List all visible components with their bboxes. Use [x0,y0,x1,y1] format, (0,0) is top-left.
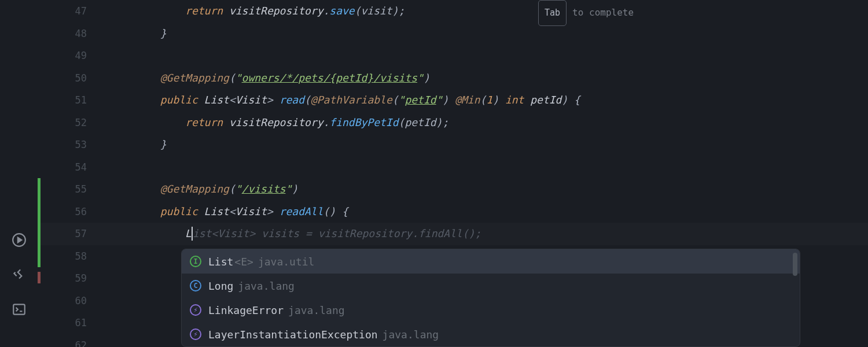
hint-text: to complete [572,2,634,24]
line-number: 49 [38,45,87,67]
code-editor[interactable]: 47 48 49 50 51 52 53 54 55 56 57 58 59 6… [38,0,868,347]
line-number: 54 [38,156,87,179]
ghost-text: ist<Visit> visits = visitRepository.find… [193,227,481,239]
code-line-current: List<Visit> visits = visitRepository.fin… [110,223,868,245]
line-number: 48 [38,23,87,45]
terminal-icon[interactable] [10,301,28,318]
activity-bar [0,0,38,347]
code-line: @GetMapping("owners/*/pets/{petId}/visit… [110,67,868,90]
run-icon[interactable] [10,231,28,249]
code-line: } [110,23,868,45]
popup-scrollbar[interactable] [793,253,797,276]
line-number: 51 [38,89,87,112]
code-line: public List<Visit> read(@PathVariable("p… [110,89,868,112]
line-number: 61 [38,312,87,334]
completion-item[interactable]: I List<E>java.util [182,249,800,274]
line-number: 55 [38,178,87,201]
code-line: @GetMapping("/visits") [110,178,868,201]
line-number: 58 [38,245,87,268]
completion-popup[interactable]: I List<E>java.util C Longjava.lang ⚡ Lin… [181,249,800,347]
completion-item[interactable]: C Longjava.lang [182,274,800,298]
code-line [110,45,868,67]
line-number: 50 [38,67,87,90]
completion-item[interactable]: ⚡ LayerInstantiationExceptionjava.lang [182,322,800,346]
line-number: 59 [38,267,87,290]
build-icon[interactable] [10,266,28,283]
interface-icon: I [190,256,201,267]
inline-hint: Tab to complete [538,0,634,26]
completion-item[interactable]: ⚡ LinkageErrorjava.lang [182,298,800,322]
code-line: return visitRepository.findByPetId(petId… [110,112,868,134]
gutter: 47 48 49 50 51 52 53 54 55 56 57 58 59 6… [38,0,93,347]
code-line [110,156,868,179]
code-line: public List<Visit> readAll() { [110,201,868,223]
line-number: 56 [38,201,87,223]
line-number: 60 [38,290,87,312]
line-number: 53 [38,134,87,156]
code-line: } [110,134,868,156]
line-number: 47 [38,0,87,23]
line-number: 62 [38,334,87,348]
code-line: return visitRepository.save(visit); [110,0,868,23]
tab-key-hint: Tab [538,0,567,26]
exception-icon: ⚡ [190,304,201,316]
class-icon: C [190,280,201,291]
svg-marker-1 [17,238,21,243]
svg-rect-2 [13,304,25,314]
exception-icon: ⚡ [190,328,201,340]
line-number: 52 [38,112,87,134]
line-number: 57 [38,223,87,245]
